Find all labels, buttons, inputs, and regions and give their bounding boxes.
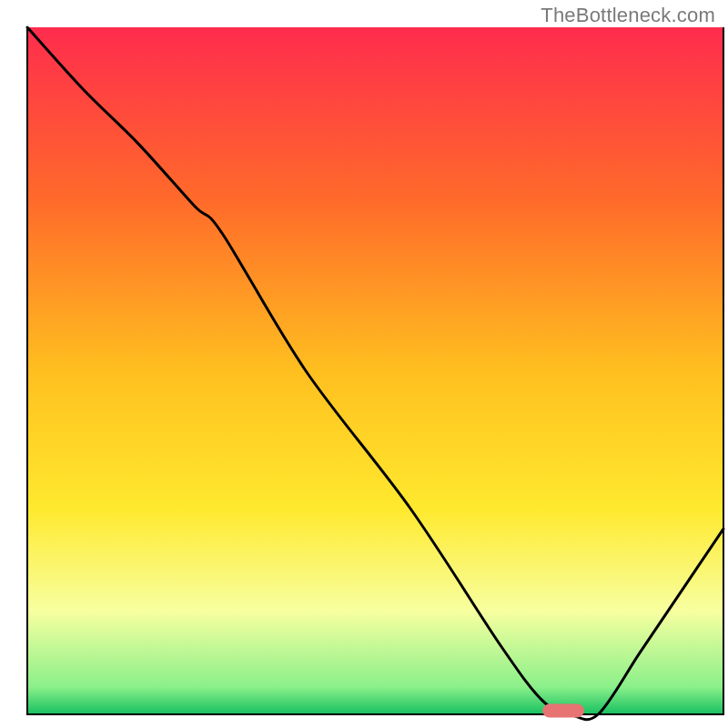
watermark-label: TheBottleneck.com [541,4,715,27]
plot-background [27,27,723,714]
chart-container: TheBottleneck.com [0,0,728,728]
optimal-marker [542,703,584,717]
bottleneck-chart [0,0,728,728]
